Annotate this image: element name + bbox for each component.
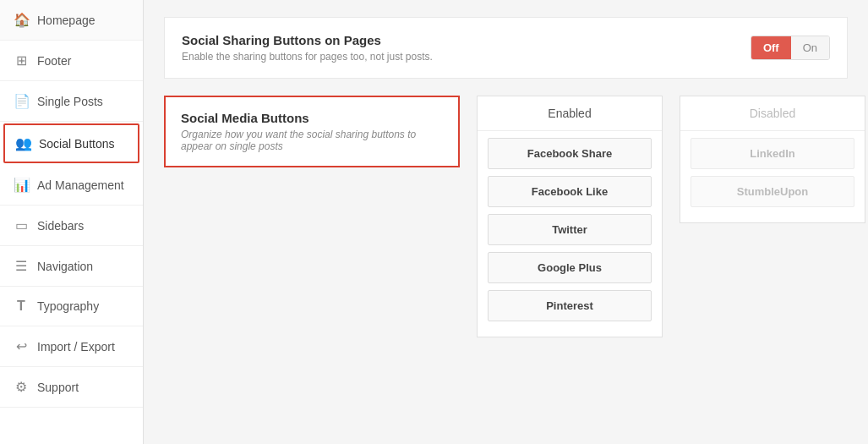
- sidebar-label-sidebars: Sidebars: [37, 219, 84, 233]
- sidebar-label-typography: Typography: [37, 299, 99, 313]
- sidebars-icon: ▭: [14, 217, 29, 233]
- main-content: Social Sharing Buttons on Pages Enable t…: [144, 0, 868, 444]
- btn-stumbleupon[interactable]: StumbleUpon: [691, 176, 854, 207]
- typography-icon: T: [14, 299, 29, 314]
- sidebar-label-support: Support: [37, 381, 79, 394]
- sidebar-item-sidebars[interactable]: ▭ Sidebars: [0, 206, 143, 246]
- enabled-header: Enabled: [478, 96, 662, 131]
- toggle-button[interactable]: Off On: [751, 36, 830, 60]
- btn-google-plus[interactable]: Google Plus: [488, 252, 652, 283]
- btn-twitter[interactable]: Twitter: [488, 214, 652, 245]
- toggle-section: Social Sharing Buttons on Pages Enable t…: [164, 17, 848, 79]
- sidebar: 🏠 Homepage ⊞ Footer 📄 Single Posts 👥 Soc…: [0, 0, 144, 444]
- sidebar-label-navigation: Navigation: [37, 260, 93, 273]
- social-media-section: Social Media Buttons Organize how you wa…: [164, 96, 460, 167]
- sidebar-label-single-posts: Single Posts: [37, 95, 103, 108]
- import-export-icon: ↩: [14, 338, 29, 354]
- toggle-off[interactable]: Off: [751, 36, 791, 59]
- navigation-icon: ☰: [14, 258, 29, 274]
- ad-management-icon: 📊: [14, 177, 29, 193]
- content-area: Social Media Buttons Organize how you wa…: [164, 96, 848, 337]
- sidebar-item-typography[interactable]: T Typography: [0, 287, 143, 326]
- social-buttons-icon: 👥: [15, 135, 30, 151]
- btn-facebook-like[interactable]: Facebook Like: [488, 176, 652, 207]
- sidebar-item-import-export[interactable]: ↩ Import / Export: [0, 326, 143, 367]
- disabled-header: Disabled: [680, 96, 865, 131]
- sidebar-item-navigation[interactable]: ☰ Navigation: [0, 246, 143, 287]
- sidebar-item-ad-management[interactable]: 📊 Ad Management: [0, 165, 143, 206]
- sidebar-label-footer: Footer: [37, 54, 71, 68]
- sidebar-item-single-posts[interactable]: 📄 Single Posts: [0, 81, 143, 122]
- toggle-on[interactable]: On: [791, 36, 829, 59]
- single-posts-icon: 📄: [14, 93, 29, 109]
- enabled-column: Enabled Facebook Share Facebook Like Twi…: [477, 96, 663, 337]
- toggle-section-title: Social Sharing Buttons on Pages: [182, 33, 433, 47]
- social-media-title: Social Media Buttons: [181, 111, 443, 125]
- btn-pinterest[interactable]: Pinterest: [488, 290, 652, 321]
- sidebar-label-homepage: Homepage: [37, 14, 96, 27]
- sidebar-label-import-export: Import / Export: [37, 340, 115, 354]
- support-icon: ⚙: [14, 379, 29, 395]
- btn-linkedin[interactable]: LinkedIn: [691, 138, 854, 169]
- sidebar-item-social-buttons[interactable]: 👥 Social Buttons: [3, 123, 139, 163]
- footer-icon: ⊞: [14, 52, 29, 69]
- sidebar-item-footer[interactable]: ⊞ Footer: [0, 41, 143, 81]
- disabled-column: Disabled LinkedIn StumbleUpon: [680, 96, 865, 223]
- social-media-description: Organize how you want the social sharing…: [181, 129, 443, 152]
- sidebar-item-support[interactable]: ⚙ Support: [0, 367, 143, 408]
- sidebar-item-homepage[interactable]: 🏠 Homepage: [0, 0, 143, 41]
- sidebar-label-ad-management: Ad Management: [37, 178, 124, 192]
- home-icon: 🏠: [14, 12, 29, 28]
- toggle-section-description: Enable the sharing buttons for pages too…: [182, 51, 433, 63]
- btn-facebook-share[interactable]: Facebook Share: [488, 138, 652, 169]
- sidebar-label-social-buttons: Social Buttons: [39, 137, 115, 151]
